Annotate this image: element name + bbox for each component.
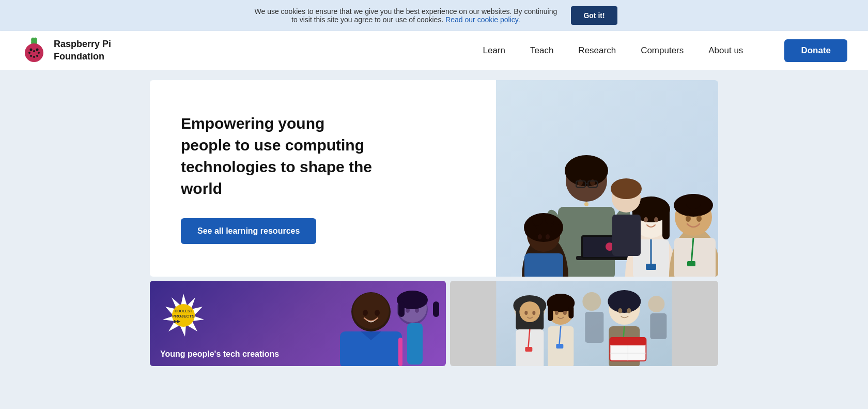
- svg-point-4: [30, 48, 33, 51]
- svg-rect-72: [646, 264, 656, 270]
- students-card[interactable]: [450, 281, 718, 366]
- svg-point-83: [611, 178, 642, 199]
- svg-point-6: [28, 52, 30, 54]
- main-nav: Learn Teach Research Computers About us: [473, 41, 754, 60]
- svg-point-68: [644, 217, 648, 222]
- svg-point-119: [555, 311, 559, 315]
- svg-point-93: [375, 310, 380, 316]
- svg-rect-102: [407, 323, 423, 365]
- svg-point-127: [627, 308, 631, 313]
- svg-point-125: [608, 290, 641, 313]
- svg-rect-100: [398, 301, 405, 317]
- svg-point-43: [584, 202, 588, 206]
- svg-point-135: [583, 292, 601, 311]
- card-left-title: Young people's tech creations: [160, 350, 279, 359]
- card-left-people: [322, 281, 446, 366]
- cookie-policy-link[interactable]: Read our cookie policy.: [445, 16, 520, 24]
- svg-rect-84: [612, 215, 641, 256]
- svg-point-8: [38, 52, 40, 54]
- svg-point-60: [538, 234, 542, 239]
- svg-text:PROJECTS: PROJECTS: [172, 314, 195, 319]
- coolest-projects-badge: COOLEST PROJECTS ▶▶: [160, 291, 207, 340]
- svg-rect-138: [650, 313, 667, 339]
- svg-rect-101: [433, 301, 439, 317]
- svg-point-92: [363, 310, 368, 316]
- nav-item-learn[interactable]: Learn: [473, 41, 516, 60]
- svg-point-110: [525, 311, 528, 315]
- svg-rect-114: [525, 347, 533, 352]
- raspberry-pi-logo-icon: [21, 37, 48, 64]
- svg-point-61: [546, 234, 550, 239]
- svg-point-109: [520, 301, 540, 322]
- hero-section: Empowering young people to use computing…: [0, 70, 868, 376]
- svg-rect-67: [662, 208, 670, 239]
- svg-rect-136: [585, 312, 604, 343]
- cards-section: COOLEST PROJECTS ▶▶: [150, 277, 718, 366]
- cookie-banner: We use cookies to ensure that we give yo…: [0, 0, 868, 31]
- svg-text:▶▶: ▶▶: [174, 319, 181, 324]
- svg-point-91: [353, 293, 389, 329]
- svg-point-37: [565, 155, 608, 186]
- svg-point-56: [525, 225, 537, 237]
- svg-rect-81: [687, 261, 695, 266]
- svg-point-38: [578, 179, 583, 186]
- svg-rect-123: [556, 344, 564, 349]
- svg-point-57: [551, 224, 561, 234]
- hero-content: Empowering young people to use computing…: [150, 82, 408, 275]
- hero-title: Empowering young people to use computing…: [181, 113, 377, 200]
- hero-people-illustration: [496, 80, 718, 277]
- nav-item-teach[interactable]: Teach: [520, 41, 564, 60]
- coolest-projects-card[interactable]: COOLEST PROJECTS ▶▶: [150, 281, 446, 366]
- nav-item-research[interactable]: Research: [568, 41, 626, 60]
- svg-point-111: [533, 311, 536, 315]
- hero-card: Empowering young people to use computing…: [150, 80, 718, 277]
- hero-image: [408, 80, 718, 277]
- svg-rect-103: [398, 338, 402, 366]
- svg-point-76: [686, 194, 701, 209]
- svg-rect-79: [674, 238, 716, 277]
- svg-rect-62: [524, 253, 563, 277]
- cookie-accept-button[interactable]: Got it!: [571, 6, 617, 25]
- svg-rect-132: [610, 338, 646, 345]
- svg-point-77: [686, 216, 691, 222]
- svg-point-11: [33, 56, 35, 58]
- svg-point-120: [563, 311, 567, 315]
- svg-point-69: [654, 217, 658, 222]
- logo-link[interactable]: Raspberry Pi Foundation: [21, 37, 111, 64]
- svg-rect-117: [548, 306, 553, 321]
- svg-point-58: [532, 216, 542, 226]
- svg-rect-118: [569, 306, 574, 319]
- header: Raspberry Pi Foundation Learn Teach Rese…: [0, 31, 868, 70]
- svg-point-59: [545, 215, 554, 224]
- cookie-message: We use cookies to ensure that we give yo…: [251, 7, 561, 24]
- svg-point-9: [30, 55, 32, 57]
- svg-text:COOLEST: COOLEST: [175, 309, 193, 313]
- svg-point-126: [618, 308, 623, 313]
- coolest-projects-badge-icon: COOLEST PROJECTS ▶▶: [160, 291, 207, 338]
- nav-item-about-us[interactable]: About us: [698, 41, 753, 60]
- nav-item-computers[interactable]: Computers: [630, 41, 694, 60]
- svg-point-39: [590, 179, 595, 186]
- svg-point-5: [36, 48, 39, 51]
- svg-point-7: [33, 50, 35, 52]
- svg-point-3: [25, 43, 43, 62]
- svg-point-10: [36, 55, 38, 57]
- donate-button[interactable]: Donate: [784, 39, 847, 62]
- logo-text: Raspberry Pi Foundation: [54, 38, 111, 63]
- svg-point-137: [648, 296, 665, 312]
- hero-cta-button[interactable]: See all learning resources: [181, 218, 316, 244]
- students-card-illustration: [450, 281, 718, 366]
- svg-point-78: [696, 216, 702, 222]
